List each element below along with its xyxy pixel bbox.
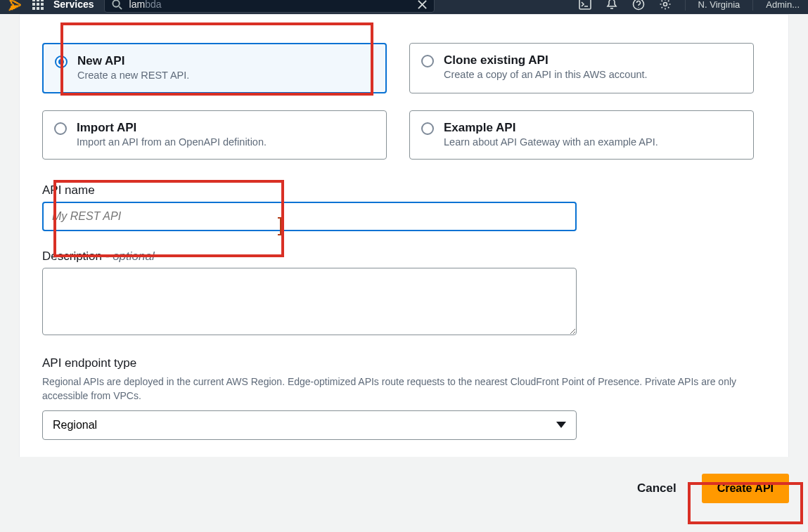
tile-desc: Create a copy of an API in this AWS acco… <box>444 69 648 80</box>
create-api-panel: New API Create a new REST API. Clone exi… <box>19 14 789 457</box>
page: New API Create a new REST API. Clone exi… <box>0 14 808 532</box>
tile-new-api[interactable]: New API Create a new REST API. <box>42 43 387 93</box>
text-cursor-icon <box>280 217 281 235</box>
radio-clone-existing[interactable] <box>421 55 434 67</box>
create-api-button[interactable]: Create API <box>702 474 789 503</box>
radio-example-api[interactable] <box>421 122 434 135</box>
cloudshell-icon[interactable] <box>578 0 592 11</box>
endpoint-type-selected: Regional <box>53 419 97 432</box>
tile-title: Clone existing API <box>444 53 648 67</box>
tile-desc: Import an API from an OpenAPI definition… <box>77 136 267 148</box>
aws-logo[interactable]: ⮚ <box>8 0 23 13</box>
svg-point-0 <box>113 0 119 6</box>
help-icon[interactable] <box>631 0 646 11</box>
tile-clone-existing-api[interactable]: Clone existing API Create a copy of an A… <box>409 43 754 93</box>
notifications-icon[interactable] <box>605 0 619 11</box>
tile-import-api[interactable]: Import API Import an API from an OpenAPI… <box>42 110 387 160</box>
api-name-input[interactable] <box>42 202 577 231</box>
topnav: ⮚ Services lambda N. Virginia Admin... <box>0 0 808 14</box>
api-name-group: API name <box>42 183 766 231</box>
tile-title: Example API <box>444 121 658 135</box>
services-link[interactable]: Services <box>53 0 94 10</box>
endpoint-type-select[interactable]: Regional <box>42 410 577 440</box>
nav-divider <box>752 0 753 11</box>
tile-title: New API <box>77 54 189 68</box>
svg-line-1 <box>119 6 122 9</box>
tile-desc: Learn about API Gateway with an example … <box>444 136 658 148</box>
cancel-button[interactable]: Cancel <box>633 474 681 502</box>
radio-import-api[interactable] <box>54 122 67 135</box>
settings-icon[interactable] <box>658 0 672 11</box>
endpoint-type-group: API endpoint type Regional APIs are depl… <box>42 356 766 440</box>
svg-rect-4 <box>579 0 591 9</box>
tile-desc: Create a new REST API. <box>77 70 189 81</box>
endpoint-type-label: API endpoint type <box>42 356 766 370</box>
tile-example-api[interactable]: Example API Learn about API Gateway with… <box>409 110 754 160</box>
tile-title: Import API <box>77 121 267 135</box>
region-selector[interactable]: N. Virginia <box>698 0 740 10</box>
nav-divider <box>685 0 686 11</box>
close-icon[interactable] <box>418 0 427 9</box>
description-label: Description - optional <box>42 249 766 264</box>
description-group: Description - optional <box>42 249 766 338</box>
radio-new-api[interactable] <box>55 56 68 68</box>
description-textarea[interactable] <box>42 268 577 335</box>
chevron-down-icon <box>556 422 566 428</box>
svg-point-9 <box>663 3 667 6</box>
endpoint-type-helper: Regional APIs are deployed in the curren… <box>42 375 766 403</box>
services-grid-icon[interactable] <box>32 0 44 10</box>
search-box[interactable]: lambda <box>104 0 435 13</box>
search-icon <box>112 0 122 10</box>
form-actions: Cancel Create API <box>19 474 789 503</box>
api-source-tiles: New API Create a new REST API. Clone exi… <box>42 43 766 160</box>
svg-point-8 <box>638 7 639 8</box>
search-input-text: lambda <box>129 0 162 10</box>
account-menu[interactable]: Admin... <box>766 0 800 10</box>
api-name-label: API name <box>42 183 766 197</box>
